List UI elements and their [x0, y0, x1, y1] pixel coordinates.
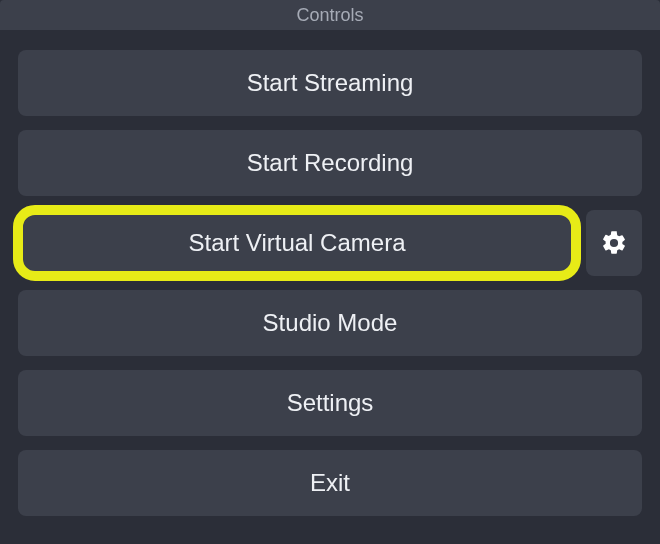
gear-icon	[600, 229, 628, 257]
row-start-recording: Start Recording	[18, 130, 642, 196]
row-studio-mode: Studio Mode	[18, 290, 642, 356]
start-recording-button[interactable]: Start Recording	[18, 130, 642, 196]
start-streaming-button[interactable]: Start Streaming	[18, 50, 642, 116]
row-start-streaming: Start Streaming	[18, 50, 642, 116]
settings-button[interactable]: Settings	[18, 370, 642, 436]
panel-body: Start Streaming Start Recording Start Vi…	[0, 30, 660, 544]
start-virtual-camera-button[interactable]: Start Virtual Camera	[18, 210, 576, 276]
exit-button[interactable]: Exit	[18, 450, 642, 516]
row-exit: Exit	[18, 450, 642, 516]
studio-mode-button[interactable]: Studio Mode	[18, 290, 642, 356]
virtual-camera-settings-button[interactable]	[586, 210, 642, 276]
row-settings: Settings	[18, 370, 642, 436]
controls-panel: Controls Start Streaming Start Recording…	[0, 0, 660, 544]
row-start-virtual-camera: Start Virtual Camera	[18, 210, 642, 276]
panel-title: Controls	[0, 0, 660, 30]
